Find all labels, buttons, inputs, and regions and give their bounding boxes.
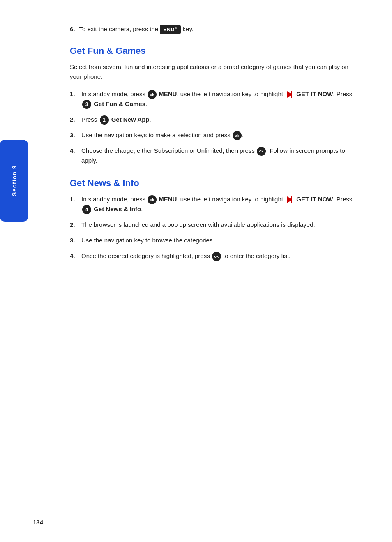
step-3-content: Use the navigation keys to make a select… bbox=[81, 130, 359, 140]
page: Section 9 6. To exit the camera, press t… bbox=[0, 0, 392, 542]
news-info-step-1: 1. In standby mode, press ok MENU, use t… bbox=[70, 194, 359, 214]
fun-games-step-3: 3. Use the navigation keys to make a sel… bbox=[70, 130, 359, 140]
to-word: to bbox=[223, 252, 228, 259]
news-info-label: Get News & Info bbox=[94, 205, 141, 212]
get-new-app-label: Get New App bbox=[111, 116, 150, 123]
fun-games-step-4: 4. Choose the charge, either Subscriptio… bbox=[70, 146, 359, 166]
news-step-3-content: Use the navigation key to browse the cat… bbox=[81, 235, 359, 245]
ok-icon-4: ok bbox=[257, 147, 266, 156]
menu-label-1: MENU bbox=[159, 90, 177, 97]
step-num-1: 1. bbox=[70, 89, 81, 99]
step-num-4: 4. bbox=[70, 146, 81, 156]
fun-games-label: Get Fun & Games bbox=[94, 100, 145, 107]
news-info-step-3: 3. Use the navigation key to browse the … bbox=[70, 235, 359, 245]
svg-rect-3 bbox=[291, 196, 292, 203]
news-step-num-1: 1. bbox=[70, 194, 81, 204]
step-1-content: In standby mode, press ok MENU, use the … bbox=[81, 89, 359, 109]
news-info-steps: 1. In standby mode, press ok MENU, use t… bbox=[70, 194, 359, 261]
page-number: 134 bbox=[33, 519, 43, 526]
ok-icon-news-1: ok bbox=[148, 195, 157, 204]
step-6-text-after: key. bbox=[183, 25, 194, 32]
section-tab-label: Section 9 bbox=[11, 165, 18, 196]
num-badge-1: 1 bbox=[100, 115, 109, 125]
section-news-info: Get News & Info 1. In standby mode, pres… bbox=[70, 178, 359, 261]
news-step-4-content: Once the desired category is highlighted… bbox=[81, 251, 359, 261]
section-fun-games-intro: Select from several fun and interesting … bbox=[70, 62, 359, 82]
step-num-3: 3. bbox=[70, 130, 81, 140]
menu-label-news-1: MENU bbox=[159, 196, 177, 203]
get-it-now-label-news-1: GET IT NOW bbox=[296, 196, 333, 203]
num-badge-3: 3 bbox=[82, 100, 91, 109]
news-step-num-3: 3. bbox=[70, 235, 81, 245]
num-badge-4: 4 bbox=[82, 205, 91, 214]
fun-games-steps: 1. In standby mode, press ok MENU, use t… bbox=[70, 89, 359, 166]
step-num-2: 2. bbox=[70, 115, 81, 125]
step-6-intro: 6. To exit the camera, press the END® ke… bbox=[70, 25, 359, 34]
get-it-now-label-1: GET IT NOW bbox=[296, 90, 333, 97]
news-info-step-2: 2. The browser is launched and a pop up … bbox=[70, 220, 359, 230]
ok-icon-3: ok bbox=[233, 131, 242, 140]
get-it-now-icon-news-1 bbox=[286, 196, 294, 204]
step-6-text-before: To exit the camera, press the bbox=[79, 25, 158, 32]
get-it-now-icon-1 bbox=[286, 90, 294, 99]
section-fun-games-heading: Get Fun & Games bbox=[70, 46, 359, 56]
news-step-2-content: The browser is launched and a pop up scr… bbox=[81, 220, 359, 230]
section-tab: Section 9 bbox=[0, 140, 28, 222]
news-step-1-content: In standby mode, press ok MENU, use the … bbox=[81, 194, 359, 214]
ok-icon-1: ok bbox=[148, 90, 157, 99]
news-step-num-4: 4. bbox=[70, 251, 81, 261]
step-2-content: Press 1 Get New App. bbox=[81, 115, 359, 125]
step-4-content: Choose the charge, either Subscription o… bbox=[81, 146, 359, 166]
ok-icon-news-4: ok bbox=[212, 252, 221, 261]
section-news-info-heading: Get News & Info bbox=[70, 178, 359, 189]
news-info-step-4: 4. Once the desired category is highligh… bbox=[70, 251, 359, 261]
end-key-badge: END® bbox=[160, 25, 181, 34]
section-fun-games: Get Fun & Games Select from several fun … bbox=[70, 46, 359, 166]
svg-rect-1 bbox=[291, 91, 292, 98]
step-6-number: 6. bbox=[70, 25, 75, 32]
fun-games-step-1: 1. In standby mode, press ok MENU, use t… bbox=[70, 89, 359, 109]
fun-games-step-2: 2. Press 1 Get New App. bbox=[70, 115, 359, 125]
news-step-num-2: 2. bbox=[70, 220, 81, 230]
content-area: 6. To exit the camera, press the END® ke… bbox=[70, 25, 359, 261]
